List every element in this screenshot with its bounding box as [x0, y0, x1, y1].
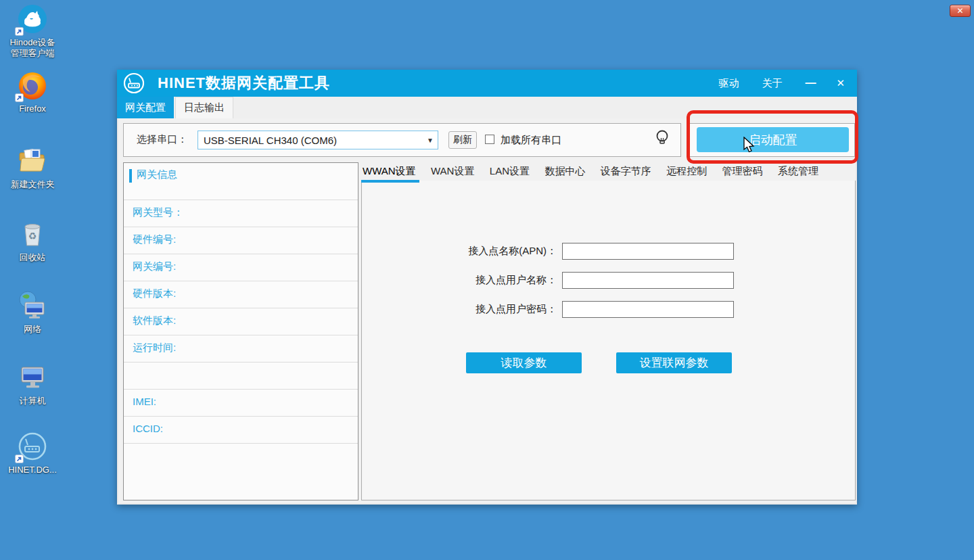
folder-icon	[16, 145, 49, 177]
apn-username-input[interactable]	[562, 272, 734, 289]
apn-label: 接入点名称(APN)：	[389, 245, 557, 258]
tab-data-center[interactable]: 数据中心	[544, 165, 585, 178]
set-network-params-button[interactable]: 设置联网参数	[616, 352, 732, 373]
shortcut-arrow-icon	[15, 27, 24, 36]
lightbulb-icon[interactable]	[654, 129, 670, 148]
apn-row: 接入点名称(APN)：	[389, 243, 734, 260]
sidebar-row-gateway-model: 网关型号：	[124, 200, 358, 227]
overlay-close-button[interactable]: ✕	[950, 5, 971, 17]
window-title: HINET数据网关配置工具	[158, 73, 330, 93]
shortcut-arrow-icon	[15, 454, 24, 463]
sidebar-row-uptime: 运行时间:	[124, 335, 358, 363]
desktop-icon-label: 计算机	[20, 396, 46, 406]
tab-wwan-settings[interactable]: WWAN设置	[363, 165, 416, 178]
close-button[interactable]: ✕	[836, 77, 845, 89]
app-logo-icon	[123, 72, 145, 94]
sidebar-header: 网关信息	[124, 163, 358, 200]
tab-log-output[interactable]: 日志输出	[175, 97, 233, 118]
sidebar-row-hardware-number: 硬件编号:	[124, 227, 358, 254]
serial-port-select[interactable]: USB-SERIAL CH340 (COM6) ▼	[198, 131, 438, 149]
desktop-icon-hinode-client[interactable]: Hinode设备 管理客户端	[1, 3, 64, 59]
settings-panel: WWAN设置 WAN设置 LAN设置 数据中心 设备字节序 远程控制 管理密码 …	[361, 162, 856, 500]
apn-password-input[interactable]	[562, 301, 734, 318]
tab-admin-password[interactable]: 管理密码	[722, 165, 763, 178]
gateway-info-sidebar: 网关信息 网关型号： 硬件编号: 网关编号: 硬件版本: 软件版本: 运行时间:…	[123, 162, 358, 500]
main-tabstrip: 网关配置 日志输出	[117, 97, 857, 118]
shortcut-arrow-icon	[15, 93, 24, 102]
desktop-icon-recycle-bin[interactable]: ♻ 回收站	[1, 218, 64, 263]
apn-password-label: 接入点用户密码：	[389, 303, 557, 316]
network-icon	[16, 289, 49, 322]
svg-text:♻: ♻	[28, 231, 37, 241]
read-params-button[interactable]: 读取参数	[466, 352, 582, 373]
menu-driver[interactable]: 驱动	[718, 77, 739, 90]
menu-about[interactable]: 关于	[762, 77, 782, 90]
tab-lan-settings[interactable]: LAN设置	[490, 165, 530, 178]
tab-underline-active	[361, 180, 419, 183]
desktop-icon-label: 回收站	[20, 252, 46, 263]
apn-username-row: 接入点用户名称：	[389, 272, 734, 289]
desktop-icon-computer[interactable]: 计算机	[1, 361, 64, 406]
start-config-button[interactable]: 启动配置	[697, 127, 849, 152]
accent-bar	[129, 169, 132, 183]
sidebar-row-hardware-version: 硬件版本:	[124, 281, 358, 308]
tab-gateway-config[interactable]: 网关配置	[117, 97, 174, 118]
desktop-icon-label: 新建文件夹	[11, 179, 55, 190]
apn-password-row: 接入点用户密码：	[389, 301, 734, 318]
sidebar-row-empty	[124, 363, 358, 390]
refresh-button[interactable]: 刷新	[448, 131, 477, 149]
sidebar-row-gateway-number: 网关编号:	[124, 254, 358, 281]
apn-username-label: 接入点用户名称：	[389, 274, 557, 287]
sidebar-row-iccid: ICCID:	[124, 417, 358, 444]
desktop-icon-label: 网络	[24, 324, 41, 335]
desktop-icon-label: Hinode设备 管理客户端	[9, 37, 55, 59]
app-window: HINET数据网关配置工具 驱动 关于 — ✕ 网关配置 日志输出 选择串口： …	[117, 70, 857, 505]
load-all-ports-checkbox[interactable]	[485, 135, 494, 144]
load-all-ports-label: 加载所有串口	[501, 134, 561, 147]
wwan-settings-pane: 接入点名称(APN)： 接入点用户名称： 接入点用户密码： 读取参数 设置联网参…	[361, 181, 856, 500]
desktop-icon-label: HINET.DG...	[8, 465, 57, 475]
apn-input[interactable]	[562, 243, 734, 260]
chevron-down-icon: ▼	[423, 137, 438, 144]
desktop-icon-new-folder[interactable]: 新建文件夹	[1, 145, 64, 190]
sidebar-row-imei: IMEI:	[124, 390, 358, 417]
serial-port-label: 选择串口：	[137, 133, 187, 146]
tab-system-management[interactable]: 系统管理	[778, 165, 818, 178]
computer-icon	[16, 361, 49, 394]
titlebar: HINET数据网关配置工具 驱动 关于 — ✕	[117, 70, 857, 97]
serial-port-value: USB-SERIAL CH340 (COM6)	[198, 135, 423, 146]
sidebar-row-software-version: 软件版本:	[124, 308, 358, 335]
desktop-icon-label: Firefox	[19, 103, 46, 114]
tab-remote-control[interactable]: 远程控制	[666, 165, 707, 178]
tab-device-byte-order[interactable]: 设备字节序	[601, 165, 651, 178]
settings-tabstrip: WWAN设置 WAN设置 LAN设置 数据中心 设备字节序 远程控制 管理密码 …	[361, 162, 856, 181]
desktop-icon-network[interactable]: 网络	[1, 289, 64, 335]
tab-wan-settings[interactable]: WAN设置	[431, 165, 474, 178]
desktop-icon-firefox[interactable]: Firefox	[1, 69, 64, 114]
minimize-button[interactable]: —	[805, 80, 816, 87]
desktop-icon-hinet-dg[interactable]: HINET.DG...	[1, 430, 64, 475]
recycle-bin-icon: ♻	[16, 218, 49, 250]
